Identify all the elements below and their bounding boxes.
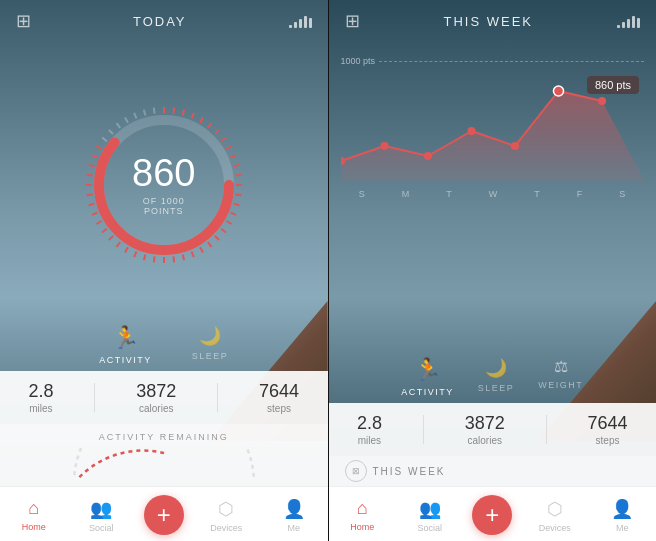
activity-tabs-week: 🏃 ACTIVITY 🌙 SLEEP ⚖ WEIGHT (329, 349, 657, 403)
nav-devices-week[interactable]: ⬡ Devices (530, 498, 580, 533)
devices-label-week: Devices (539, 523, 571, 533)
nav-home-week[interactable]: ⌂ Home (337, 498, 387, 532)
badge-icon: ⊠ (345, 460, 367, 482)
running-icon: 🏃 (112, 325, 139, 351)
signal-bars (289, 14, 312, 28)
chart-day-s2: S (619, 189, 626, 199)
today-panel: ⊞ TODAY // ticks rendered via SVG below (0, 0, 328, 541)
stat-divider-w1 (423, 415, 424, 444)
miles-value-week: 2.8 (357, 413, 382, 434)
weight-icon-week: ⚖ (554, 357, 568, 376)
signal-bar-w3 (627, 19, 630, 28)
stat-miles-week: 2.8 miles (357, 413, 382, 446)
me-icon-today: 👤 (283, 498, 305, 520)
svg-point-56 (467, 127, 475, 135)
steps-value-today: 7644 (259, 381, 299, 402)
nav-devices-today[interactable]: ⬡ Devices (201, 498, 251, 533)
chart-day-t2: T (534, 189, 540, 199)
this-week-badge: ⊠ THIS WEEK (329, 456, 657, 486)
tab-sleep-label-week: SLEEP (478, 383, 515, 393)
tab-activity-week[interactable]: 🏃 ACTIVITY (401, 357, 454, 397)
calendar-icon-week[interactable]: ⊞ (345, 10, 360, 32)
nav-me-week[interactable]: 👤 Me (597, 498, 647, 533)
svg-point-54 (380, 142, 388, 150)
stats-row-today: 2.8 miles 3872 calories 7644 steps (0, 371, 328, 424)
svg-point-58 (553, 86, 563, 96)
stat-steps-week: 7644 steps (588, 413, 628, 446)
home-label-today: Home (22, 522, 46, 532)
add-icon-week: + (485, 501, 499, 529)
activity-arc-svg (64, 448, 264, 478)
social-label-today: Social (89, 523, 114, 533)
steps-value-week: 7644 (588, 413, 628, 434)
stat-divider-w2 (546, 415, 547, 444)
ring-value: 860 (124, 154, 204, 192)
svg-point-59 (597, 97, 605, 105)
signal-bar-w5 (637, 18, 640, 28)
moon-icon-week: 🌙 (485, 357, 507, 379)
nav-social-week[interactable]: 👥 Social (405, 498, 455, 533)
badge-text: THIS WEEK (373, 466, 446, 477)
devices-label-today: Devices (210, 523, 242, 533)
signal-bar-w4 (632, 16, 635, 28)
weekly-chart-section: 1000 pts 860 pts (329, 42, 657, 349)
social-icon-week: 👥 (419, 498, 441, 520)
chart-tooltip: 860 pts (587, 76, 639, 94)
devices-icon-week: ⬡ (547, 498, 563, 520)
nav-social-today[interactable]: 👥 Social (76, 498, 126, 533)
calories-value-today: 3872 (136, 381, 176, 402)
me-label-week: Me (616, 523, 629, 533)
activity-ring-section: // ticks rendered via SVG below (0, 42, 328, 317)
tab-weight-label-week: WEIGHT (538, 380, 583, 390)
steps-label-today: steps (259, 403, 299, 414)
thisweek-panel: ⊞ THIS WEEK 1000 pts 860 pts (329, 0, 657, 541)
home-icon-today: ⌂ (28, 498, 39, 519)
nav-home-today[interactable]: ⌂ Home (9, 498, 59, 532)
tab-activity[interactable]: 🏃 ACTIVITY (99, 325, 152, 365)
signal-bars-week (617, 14, 640, 28)
dotted-line (379, 61, 644, 62)
tab-sleep[interactable]: 🌙 SLEEP (192, 325, 229, 365)
signal-bar-4 (304, 16, 307, 28)
nav-me-today[interactable]: 👤 Me (269, 498, 319, 533)
me-icon-week: 👤 (611, 498, 633, 520)
svg-marker-52 (341, 91, 645, 181)
activity-ring: // ticks rendered via SVG below (84, 105, 244, 265)
stat-calories-week: 3872 calories (465, 413, 505, 446)
nav-add-week[interactable]: + (472, 495, 512, 535)
home-icon-week: ⌂ (357, 498, 368, 519)
me-label-today: Me (287, 523, 300, 533)
svg-point-57 (510, 142, 518, 150)
signal-bar-5 (309, 18, 312, 28)
thousand-line: 1000 pts (341, 56, 645, 66)
tab-weight-week[interactable]: ⚖ WEIGHT (538, 357, 583, 397)
activity-arc (16, 448, 312, 478)
social-label-week: Social (417, 523, 442, 533)
stat-calories-today: 3872 calories (136, 381, 176, 414)
social-icon-today: 👥 (90, 498, 112, 520)
miles-label-week: miles (357, 435, 382, 446)
activity-tabs: 🏃 ACTIVITY 🌙 SLEEP (0, 317, 328, 371)
stat-divider-2 (217, 383, 218, 412)
steps-label-week: steps (588, 435, 628, 446)
tab-activity-label-week: ACTIVITY (401, 387, 454, 397)
add-icon-today: + (157, 501, 171, 529)
tab-sleep-week[interactable]: 🌙 SLEEP (478, 357, 515, 397)
calories-label-week: calories (465, 435, 505, 446)
stat-divider-1 (94, 383, 95, 412)
running-icon-week: 🏃 (414, 357, 441, 383)
calendar-icon[interactable]: ⊞ (16, 10, 31, 32)
ring-center: 860 OF 1000 POINTS (124, 154, 204, 216)
miles-value-today: 2.8 (28, 381, 53, 402)
stats-row-week: 2.8 miles 3872 calories 7644 steps (329, 403, 657, 456)
activity-remaining-label: ACTIVITY REMAINING (16, 432, 312, 442)
miles-label-today: miles (28, 403, 53, 414)
today-header: ⊞ TODAY (0, 0, 328, 42)
devices-icon-today: ⬡ (218, 498, 234, 520)
today-title: TODAY (133, 14, 187, 29)
svg-point-55 (423, 152, 431, 160)
bottom-nav-week: ⌂ Home 👥 Social + ⬡ Devices 👤 Me (329, 486, 657, 541)
tooltip-value: 860 pts (595, 79, 631, 91)
nav-add-today[interactable]: + (144, 495, 184, 535)
signal-bar-2 (294, 22, 297, 28)
